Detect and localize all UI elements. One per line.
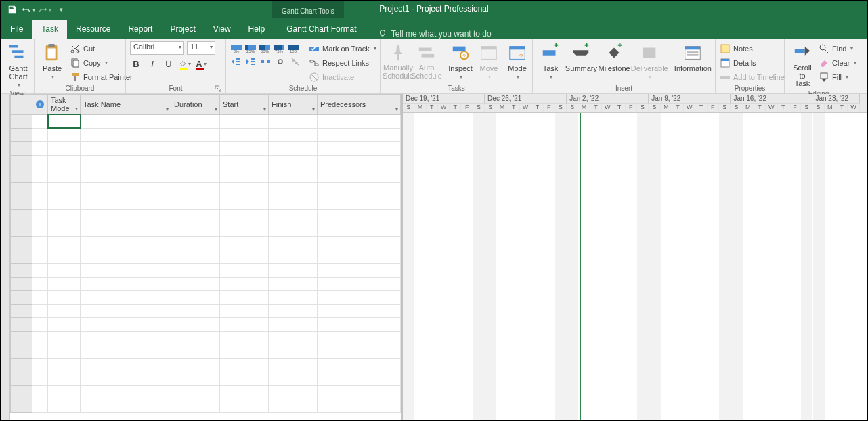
notes-button[interactable]: Notes — [720, 41, 785, 56]
bold-button[interactable]: B — [130, 58, 142, 70]
table-row[interactable] — [11, 263, 401, 277]
table-row[interactable] — [11, 223, 401, 236]
font-size-combo[interactable]: 11▾ — [187, 41, 215, 55]
unlink-tasks-icon[interactable] — [290, 56, 301, 67]
table-row[interactable] — [11, 385, 401, 399]
indent-icon[interactable] — [245, 56, 256, 67]
tab-report[interactable]: Report — [119, 20, 161, 39]
timeline-day: M — [496, 104, 508, 112]
table-row[interactable] — [11, 345, 401, 358]
pct75-icon[interactable]: 75% — [273, 41, 285, 53]
scroll-to-task-button[interactable]: Scroll to Task — [789, 41, 816, 89]
col-rownum[interactable] — [11, 95, 32, 115]
weekend-shade — [555, 113, 567, 420]
col-finish[interactable]: Finish▾ — [269, 95, 318, 115]
pct100-icon[interactable]: 100 — [287, 41, 299, 53]
timeline-day: S — [473, 104, 485, 112]
split-task-icon[interactable] — [260, 56, 271, 67]
table-row[interactable] — [11, 399, 401, 412]
italic-button[interactable]: I — [146, 58, 158, 70]
table-row[interactable] — [11, 317, 401, 331]
table-row[interactable] — [11, 277, 401, 290]
col-predecessors[interactable]: Predecessors▾ — [318, 95, 401, 115]
tab-view[interactable]: View — [204, 20, 240, 39]
timeline-day: T — [778, 104, 789, 112]
col-start[interactable]: Start▾ — [220, 95, 269, 115]
tab-task[interactable]: Task — [32, 20, 67, 39]
font-name-combo[interactable]: Calibri▾ — [130, 41, 184, 55]
paste-button[interactable]: Paste▾ — [39, 41, 66, 81]
gantt-timeline[interactable]: Dec 19, '21Dec 26, '21Jan 2, '22Jan 9, '… — [403, 94, 867, 420]
table-row[interactable] — [11, 141, 401, 155]
dialog-launcher-icon[interactable] — [215, 85, 221, 92]
timeline-body[interactable] — [403, 113, 867, 420]
information-button[interactable]: Information — [675, 41, 711, 74]
details-button[interactable]: Details — [720, 56, 785, 70]
tab-gantt-chart-format[interactable]: Gantt Chart Format — [278, 20, 365, 39]
link-tasks-icon[interactable] — [275, 56, 286, 67]
respect-links-button[interactable]: Respect Links — [309, 56, 376, 70]
add-to-timeline-button[interactable]: Add to Timeline — [720, 70, 785, 84]
deliverable-button[interactable]: Deliverable▾ — [632, 41, 668, 81]
inactivate-button[interactable]: Inactivate — [309, 70, 376, 84]
view-bar[interactable]: GANTT CHART — [1, 94, 10, 420]
format-painter-button[interactable]: Format Painter — [70, 70, 133, 84]
auto-schedule-button[interactable]: Auto Schedule — [413, 41, 440, 81]
table-row[interactable] — [11, 155, 401, 169]
mark-on-track-button[interactable]: Mark on Track▾ — [309, 41, 376, 56]
move-button[interactable]: Move▾ — [475, 41, 502, 81]
table-row[interactable] — [11, 236, 401, 250]
table-row[interactable] — [11, 128, 401, 141]
col-duration[interactable]: Duration▾ — [171, 95, 220, 115]
mode-button[interactable]: ?Mode▾ — [504, 41, 531, 81]
underline-button[interactable]: U — [162, 58, 175, 70]
tab-resource[interactable]: Resource — [67, 20, 119, 39]
table-row[interactable] — [11, 331, 401, 345]
timeline-day: F — [461, 104, 473, 112]
timeline-day: W — [520, 104, 531, 112]
tell-me-search[interactable]: Tell me what you want to do — [366, 29, 492, 39]
copy-button[interactable]: Copy▾ — [70, 56, 133, 70]
summary-button[interactable]: Summary — [565, 41, 597, 74]
tab-help[interactable]: Help — [240, 20, 274, 39]
find-button[interactable]: Find▾ — [819, 41, 856, 56]
table-row[interactable] — [11, 372, 401, 385]
gantt-chart-button[interactable]: Gantt Chart▾ — [5, 41, 32, 89]
group-schedule: 0% 25% 50% 75% 100 Mark on Track▾ Respec… — [226, 39, 381, 93]
cut-button[interactable]: Cut — [70, 41, 133, 56]
qat-customize-icon[interactable]: ▾ — [53, 2, 68, 17]
fill-button[interactable]: Fill▾ — [819, 70, 856, 84]
task-sheet[interactable]: i Task Mode▾ Task Name▾ Duration▾ Start▾… — [10, 94, 403, 420]
table-row[interactable] — [11, 182, 401, 196]
col-indicators[interactable]: i — [32, 95, 48, 115]
clear-button[interactable]: Clear▾ — [819, 56, 856, 70]
milestone-button[interactable]: Milestone — [599, 41, 630, 74]
table-row[interactable] — [11, 169, 401, 182]
col-task-name[interactable]: Task Name▾ — [81, 95, 171, 115]
table-row[interactable] — [11, 250, 401, 263]
pct0-icon[interactable]: 0% — [230, 41, 242, 53]
pct25-icon[interactable]: 25% — [244, 41, 257, 53]
table-row[interactable] — [11, 304, 401, 317]
save-icon[interactable] — [5, 2, 20, 17]
manually-schedule-button[interactable]: Manually Schedule — [385, 41, 412, 81]
tab-project[interactable]: Project — [161, 20, 204, 39]
fill-color-button[interactable]: ▾ — [179, 58, 191, 70]
table-row[interactable] — [11, 209, 401, 223]
pct50-icon[interactable]: 50% — [259, 41, 271, 53]
table-row[interactable] — [11, 358, 401, 372]
table-row[interactable] — [11, 114, 401, 128]
table-row[interactable] — [11, 290, 401, 304]
tab-file[interactable]: File — [1, 20, 32, 39]
undo-icon[interactable]: ▾ — [21, 2, 36, 17]
ribbon-tabs: File Task Resource Report Project View H… — [1, 18, 867, 39]
timeline-day: F — [789, 104, 801, 112]
col-task-mode[interactable]: Task Mode▾ — [48, 95, 81, 115]
group-label-schedule: Schedule — [230, 84, 376, 93]
redo-icon[interactable]: ▾ — [37, 2, 52, 17]
outdent-icon[interactable] — [230, 56, 241, 67]
inspect-button[interactable]: ?Inspect▾ — [447, 41, 474, 81]
font-color-button[interactable]: A▾ — [195, 58, 207, 70]
table-row[interactable] — [11, 196, 401, 209]
insert-task-button[interactable]: Task▾ — [537, 41, 564, 81]
